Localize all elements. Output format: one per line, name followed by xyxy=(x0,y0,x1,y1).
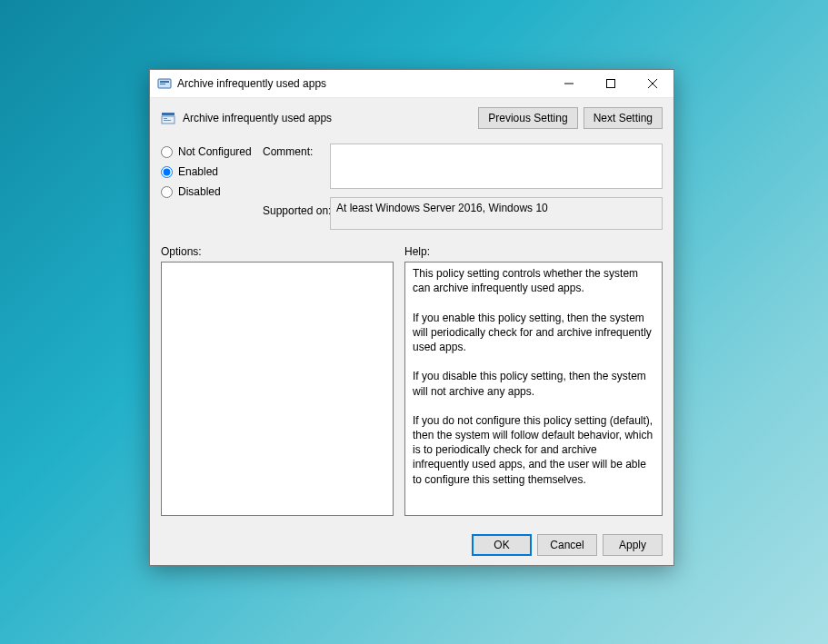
svg-rect-2 xyxy=(160,84,165,84)
policy-title-text: Archive infrequently used apps xyxy=(183,112,332,124)
apply-button[interactable]: Apply xyxy=(603,534,663,556)
options-pane[interactable] xyxy=(161,262,394,516)
radio-disabled[interactable]: Disabled xyxy=(161,185,259,198)
svg-rect-1 xyxy=(160,81,169,83)
policy-editor-window: Archive infrequently used apps xyxy=(149,69,674,566)
radio-not-configured[interactable]: Not Configured xyxy=(161,145,259,158)
radio-enabled[interactable]: Enabled xyxy=(161,165,259,178)
previous-setting-button[interactable]: Previous Setting xyxy=(478,107,577,129)
header-row: Archive infrequently used apps Previous … xyxy=(150,98,673,138)
cancel-button[interactable]: Cancel xyxy=(537,534,597,556)
panes: This policy setting controls whether the… xyxy=(150,262,673,525)
window-title: Archive infrequently used apps xyxy=(177,77,326,90)
supported-on-value xyxy=(330,197,663,230)
comment-input[interactable] xyxy=(330,144,663,189)
svg-rect-7 xyxy=(164,120,171,121)
options-label: Options: xyxy=(161,245,394,258)
supported-on-label: Supported on: xyxy=(263,197,326,217)
svg-rect-3 xyxy=(607,80,615,88)
close-button[interactable] xyxy=(632,70,673,97)
help-pane[interactable]: This policy setting controls whether the… xyxy=(404,262,663,516)
radio-disabled-label: Disabled xyxy=(178,185,221,198)
radio-not-configured-input[interactable] xyxy=(161,146,173,158)
client-area: Archive infrequently used apps Previous … xyxy=(150,98,673,565)
app-icon xyxy=(157,76,172,91)
svg-rect-4 xyxy=(162,113,175,115)
ok-button[interactable]: OK xyxy=(472,534,532,556)
radio-not-configured-label: Not Configured xyxy=(178,145,252,158)
next-setting-button[interactable]: Next Setting xyxy=(584,107,663,129)
config-block: Not Configured Enabled Disabled Comment:… xyxy=(150,138,673,242)
svg-rect-6 xyxy=(164,118,167,119)
maximize-button[interactable] xyxy=(590,70,632,97)
titlebar: Archive infrequently used apps xyxy=(150,70,673,98)
dialog-footer: OK Cancel Apply xyxy=(150,525,673,565)
radio-enabled-label: Enabled xyxy=(178,165,218,178)
comment-label: Comment: xyxy=(263,144,326,158)
state-radio-group: Not Configured Enabled Disabled xyxy=(161,144,259,198)
policy-icon xyxy=(161,111,175,125)
radio-enabled-input[interactable] xyxy=(161,166,173,178)
minimize-button[interactable] xyxy=(548,70,590,97)
radio-disabled-input[interactable] xyxy=(161,186,173,198)
panes-labels: Options: Help: xyxy=(150,242,673,262)
help-label: Help: xyxy=(404,245,663,258)
